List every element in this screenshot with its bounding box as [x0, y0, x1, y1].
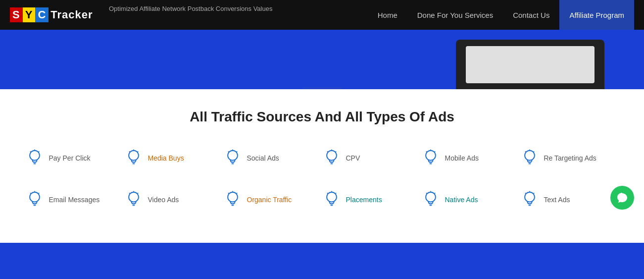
svg-line-35: [525, 151, 526, 152]
svg-line-52: [236, 193, 237, 194]
svg-line-16: [236, 151, 237, 152]
svg-point-36: [30, 192, 40, 202]
list-item: Video Ads: [124, 186, 223, 213]
bulb-icon: [25, 190, 44, 209]
logo-y: Y: [23, 7, 36, 22]
list-item: Mobile Ads: [421, 145, 520, 171]
svg-point-24: [426, 151, 436, 161]
header-subtitle: Optimized Affiliate Network Postback Con…: [109, 5, 272, 12]
svg-line-22: [335, 151, 336, 152]
svg-line-34: [533, 151, 534, 152]
svg-line-46: [137, 193, 138, 194]
svg-point-6: [129, 151, 139, 161]
laptop-image: [456, 35, 614, 89]
logo-c: C: [35, 7, 49, 22]
list-item: Native Ads: [421, 186, 520, 213]
nav: Home Done For You Services Contact Us Af…: [368, 0, 634, 30]
item-label: Pay Per Click: [49, 154, 91, 162]
bulb-icon: [124, 149, 143, 167]
svg-point-18: [327, 151, 337, 161]
logo-s: S: [10, 7, 23, 22]
item-label: Re Targeting Ads: [544, 154, 596, 162]
logo-tracker: Tracker: [50, 8, 93, 21]
svg-point-42: [129, 192, 139, 202]
svg-line-11: [129, 151, 130, 152]
bulb-icon: [223, 190, 242, 209]
list-item: Media Buys: [124, 145, 223, 171]
underline-decoration: [302, 87, 342, 89]
list-item: Text Ads: [520, 186, 619, 213]
blue-banner: [0, 30, 644, 89]
nav-done-for-you[interactable]: Done For You Services: [407, 0, 503, 30]
list-item: Social Ads: [223, 145, 322, 171]
svg-line-59: [327, 193, 328, 194]
svg-line-58: [335, 193, 336, 194]
section-title: All Traffic Sources And All Types Of Ads: [20, 109, 624, 125]
bulb-icon: [322, 149, 341, 167]
bulb-icon: [25, 149, 44, 167]
item-label: Text Ads: [544, 196, 570, 204]
svg-line-41: [30, 193, 31, 194]
item-label: Placements: [346, 196, 382, 204]
item-label: CPV: [346, 154, 360, 162]
svg-line-10: [137, 151, 138, 152]
svg-point-48: [228, 192, 238, 202]
svg-line-65: [426, 193, 427, 194]
header: SYCTracker Optimized Affiliate Network P…: [0, 0, 644, 30]
list-item: Re Targeting Ads: [520, 145, 619, 171]
main-content: All Traffic Sources And All Types Of Ads…: [0, 89, 644, 243]
laptop-screen: [466, 46, 594, 83]
svg-line-47: [129, 193, 130, 194]
items-grid: Pay Per Click Media Buys: [25, 145, 619, 213]
svg-point-12: [228, 151, 238, 161]
bulb-icon: [520, 149, 539, 167]
list-item: Organic Traffic: [223, 186, 322, 213]
item-label: Native Ads: [445, 196, 478, 204]
nav-affiliate[interactable]: Affiliate Program: [559, 0, 634, 30]
svg-point-30: [525, 151, 535, 161]
svg-line-29: [426, 151, 427, 152]
svg-line-17: [228, 151, 229, 152]
svg-line-40: [38, 193, 39, 194]
logo: SYCTracker: [10, 7, 93, 22]
item-label: Organic Traffic: [247, 196, 292, 204]
svg-line-4: [38, 151, 39, 152]
chat-bubble[interactable]: [610, 186, 634, 210]
item-label: Media Buys: [148, 154, 184, 162]
item-label: Social Ads: [247, 154, 279, 162]
list-item: CPV: [322, 145, 421, 171]
svg-line-23: [327, 151, 328, 152]
list-item: Email Messages: [25, 186, 124, 213]
laptop-shape: [456, 40, 604, 89]
svg-point-60: [426, 192, 436, 202]
list-item: Placements: [322, 186, 421, 213]
bulb-icon: [421, 149, 440, 167]
svg-point-66: [525, 192, 535, 202]
svg-line-5: [30, 151, 31, 152]
svg-line-28: [434, 151, 435, 152]
svg-line-64: [434, 193, 435, 194]
svg-point-54: [327, 192, 337, 202]
item-label: Mobile Ads: [445, 154, 479, 162]
svg-point-0: [30, 151, 40, 161]
chat-icon: [616, 192, 628, 204]
nav-home[interactable]: Home: [368, 0, 407, 30]
bulb-icon: [520, 190, 539, 209]
item-label: Video Ads: [148, 196, 179, 204]
bulb-icon: [421, 190, 440, 209]
list-item: Pay Per Click: [25, 145, 124, 171]
bulb-icon: [124, 190, 143, 209]
nav-contact[interactable]: Contact Us: [503, 0, 559, 30]
svg-line-53: [228, 193, 229, 194]
item-label: Email Messages: [49, 196, 100, 204]
svg-line-71: [525, 193, 526, 194]
bulb-icon: [322, 190, 341, 209]
bulb-icon: [223, 149, 242, 167]
footer-blue: [0, 243, 644, 279]
svg-line-70: [533, 193, 534, 194]
